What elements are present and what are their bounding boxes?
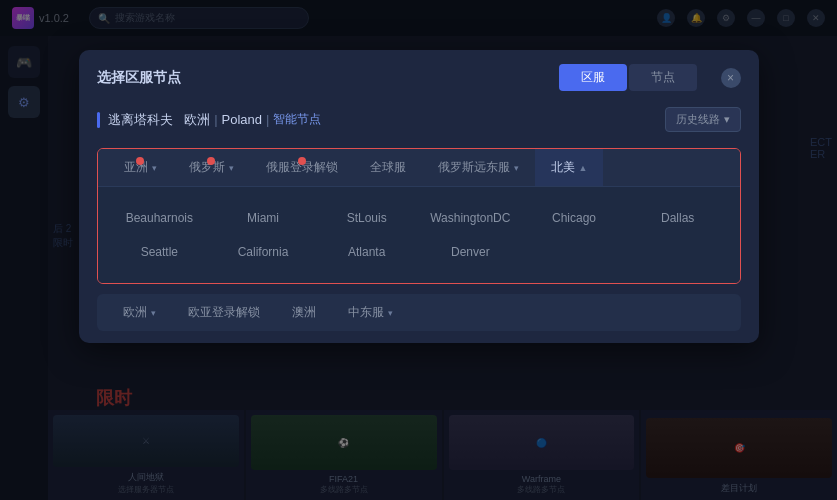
- region-selector-modal: 选择区服节点 区服 节点 × 逃离塔科夫 欧洲 | Poland | 智能节点 …: [79, 50, 759, 343]
- tab-australia[interactable]: 澳洲: [276, 294, 332, 331]
- breadcrumb-text: 逃离塔科夫 欧洲 | Poland | 智能节点: [108, 111, 322, 129]
- breadcrumb-node-type: 智能节点: [273, 111, 321, 128]
- north-america-chevron: ▲: [579, 163, 588, 173]
- city-seattle[interactable]: Seattle: [108, 235, 212, 269]
- tab-node[interactable]: 节点: [629, 64, 697, 91]
- breadcrumb-sep2: |: [266, 112, 269, 127]
- tab-asia[interactable]: 亚洲 ▾: [108, 149, 173, 186]
- breadcrumb-game: 逃离塔科夫: [108, 111, 173, 129]
- breadcrumb-bar: [97, 112, 100, 128]
- tab-global[interactable]: 全球服: [354, 149, 422, 186]
- city-empty-2: [626, 235, 730, 269]
- breadcrumb-region1: 欧洲: [184, 111, 210, 129]
- modal-tabs: 区服 节点: [559, 64, 697, 91]
- city-stlouis[interactable]: StLouis: [315, 201, 419, 235]
- modal-title: 选择区服节点: [97, 69, 181, 87]
- city-washingtondc[interactable]: WashingtonDC: [418, 201, 522, 235]
- city-denver[interactable]: Denver: [418, 235, 522, 269]
- russia-east-chevron: ▾: [514, 163, 519, 173]
- tab-europe[interactable]: 欧洲 ▾: [107, 294, 172, 331]
- asia-chevron: ▾: [152, 163, 157, 173]
- sections-container: 亚洲 ▾ 俄罗斯 ▾ 俄服登录解锁 全球服 俄罗斯远东服 ▾: [79, 142, 759, 343]
- breadcrumb-row: 逃离塔科夫 欧洲 | Poland | 智能节点 历史线路 ▾: [79, 101, 759, 142]
- tab-region[interactable]: 区服: [559, 64, 627, 91]
- europe-chevron: ▾: [151, 308, 156, 318]
- city-california[interactable]: California: [211, 235, 315, 269]
- city-atlanta[interactable]: Atlanta: [315, 235, 419, 269]
- city-beauharnois[interactable]: Beauharnois: [108, 201, 212, 235]
- city-chicago[interactable]: Chicago: [522, 201, 626, 235]
- modal-header: 选择区服节点 区服 节点 ×: [79, 50, 759, 101]
- city-miami[interactable]: Miami: [211, 201, 315, 235]
- tab-europe-unlock[interactable]: 欧亚登录解锁: [172, 294, 276, 331]
- russia-chevron: ▾: [229, 163, 234, 173]
- breadcrumb-div1: [177, 112, 181, 127]
- city-empty-1: [522, 235, 626, 269]
- tab-russia-east[interactable]: 俄罗斯远东服 ▾: [422, 149, 535, 186]
- tab-north-america[interactable]: 北美 ▲: [535, 149, 604, 186]
- tab-middle-east[interactable]: 中东服 ▾: [332, 294, 409, 331]
- cities-grid: Beauharnois Miami StLouis WashingtonDC C…: [98, 187, 740, 283]
- history-chevron: ▾: [724, 113, 730, 126]
- modal-close-button[interactable]: ×: [721, 68, 741, 88]
- middle-east-chevron: ▾: [388, 308, 393, 318]
- tab-russia[interactable]: 俄罗斯 ▾: [173, 149, 250, 186]
- breadcrumb-sep1: |: [214, 112, 217, 127]
- history-button[interactable]: 历史线路 ▾: [665, 107, 741, 132]
- breadcrumb-region2: Poland: [222, 112, 262, 127]
- bottom-section: 欧洲 ▾ 欧亚登录解锁 澳洲 中东服 ▾: [97, 294, 741, 331]
- region-tabs: 亚洲 ▾ 俄罗斯 ▾ 俄服登录解锁 全球服 俄罗斯远东服 ▾: [98, 149, 740, 187]
- tab-russia-unlock[interactable]: 俄服登录解锁: [250, 149, 354, 186]
- north-america-section: 亚洲 ▾ 俄罗斯 ▾ 俄服登录解锁 全球服 俄罗斯远东服 ▾: [97, 148, 741, 284]
- city-dallas[interactable]: Dallas: [626, 201, 730, 235]
